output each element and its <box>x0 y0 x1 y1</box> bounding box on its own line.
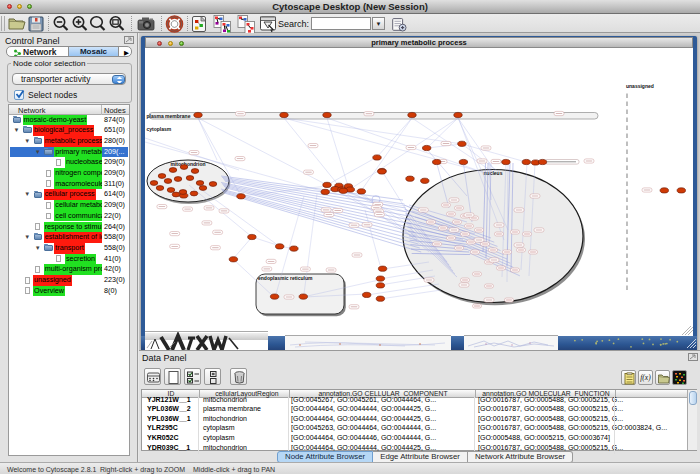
svg-text:plasma membrane: plasma membrane <box>147 113 191 119</box>
svg-text:nucleus: nucleus <box>484 170 503 176</box>
svg-text:endoplasmic reticulum: endoplasmic reticulum <box>258 275 313 281</box>
svg-text:unassigned: unassigned <box>626 83 654 89</box>
svg-text:cytoplasm: cytoplasm <box>147 126 172 132</box>
